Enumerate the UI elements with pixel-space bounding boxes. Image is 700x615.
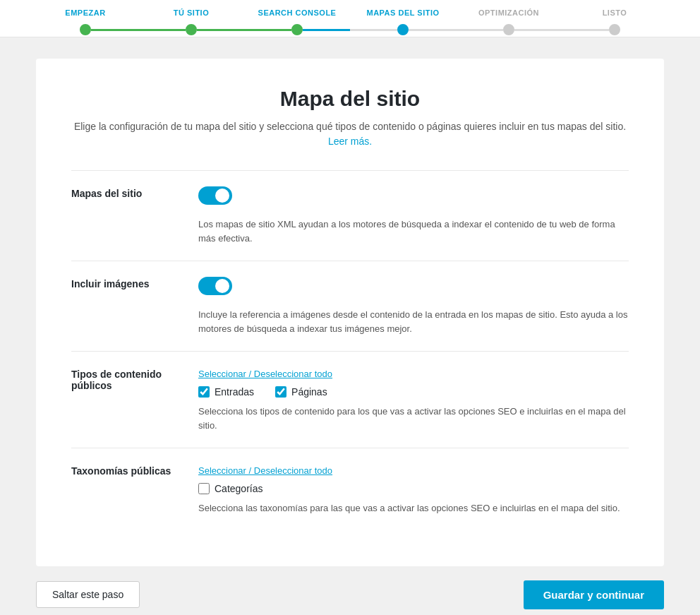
step-track-listo bbox=[562, 23, 668, 37]
label-taxonomias: Taxonomías públicas bbox=[71, 464, 198, 477]
step-dot-optimizacion bbox=[503, 24, 514, 35]
checkbox-categorias[interactable]: Categorías bbox=[198, 483, 262, 494]
step-dot-mapas-del-sitio bbox=[397, 24, 409, 35]
toggle-mapas-del-sitio[interactable] bbox=[198, 186, 232, 205]
checkbox-label-paginas: Páginas bbox=[291, 386, 327, 398]
toggle-incluir-imagenes[interactable] bbox=[198, 277, 232, 295]
step-line-left-optimizacion bbox=[456, 29, 503, 31]
checkbox-input-paginas[interactable] bbox=[275, 386, 286, 398]
select-all-taxonomias[interactable]: Seleccionar / Deseleccionar todo bbox=[198, 465, 332, 476]
wizard-step-listo[interactable]: LISTO bbox=[562, 8, 668, 37]
toggle-thumb-imagenes bbox=[215, 279, 229, 293]
wizard-step-mapas-del-sitio[interactable]: MAPAS DEL SITIO bbox=[350, 8, 456, 37]
content-mapas-del-sitio: Los mapas de sitio XML ayudan a los moto… bbox=[198, 186, 629, 245]
desc-mapas-del-sitio: Los mapas de sitio XML ayudan a los moto… bbox=[198, 217, 629, 245]
step-line-left-mapas-del-sitio bbox=[350, 29, 397, 31]
row-incluir-imagenes: Incluir imágenes Incluye la referencia a… bbox=[71, 261, 629, 351]
checkbox-entradas[interactable]: Entradas bbox=[198, 386, 254, 398]
content-taxonomias: Seleccionar / Deseleccionar todo Categor… bbox=[198, 464, 629, 515]
label-incluir-imagenes: Incluir imágenes bbox=[71, 277, 198, 289]
step-dot-search-console bbox=[291, 24, 303, 35]
content-incluir-imagenes: Incluye la referencia a imágenes desde e… bbox=[198, 277, 629, 335]
step-line-right-optimizacion bbox=[514, 29, 562, 31]
page-title: Mapa del sitio bbox=[71, 87, 629, 111]
step-line-right-empezar bbox=[91, 29, 138, 31]
wizard-bar: EMPEZAR TÚ SITIO SEARCH CONSOLE bbox=[0, 0, 700, 37]
label-tipos-contenido: Tipos de contenido públicos bbox=[71, 367, 198, 391]
main-content: Mapa del sitio Elige la configuración de… bbox=[0, 37, 700, 615]
label-mapas-del-sitio: Mapas del sitio bbox=[71, 186, 198, 199]
toggle-track-mapas bbox=[198, 186, 232, 205]
wizard-step-tu-sitio[interactable]: TÚ SITIO bbox=[138, 8, 244, 37]
step-line-right-search-console bbox=[303, 29, 350, 31]
wizard-step-empezar[interactable]: EMPEZAR bbox=[32, 8, 138, 37]
checkbox-group-taxonomias: Categorías bbox=[198, 483, 629, 494]
toggle-thumb-mapas bbox=[215, 189, 229, 203]
save-button[interactable]: Guardar y continuar bbox=[524, 580, 664, 609]
wizard-step-optimizacion[interactable]: OPTIMIZACIÓN bbox=[456, 8, 562, 37]
toggle-track-imagenes bbox=[198, 277, 232, 295]
wizard-step-search-console[interactable]: SEARCH CONSOLE bbox=[244, 8, 350, 37]
content-tipos-contenido: Seleccionar / Deseleccionar todo Entrada… bbox=[198, 367, 629, 432]
desc-incluir-imagenes: Incluye la referencia a imágenes desde e… bbox=[198, 308, 629, 335]
read-more-link[interactable]: Leer más. bbox=[328, 136, 372, 147]
checkbox-input-entradas[interactable] bbox=[198, 386, 210, 398]
step-track-optimizacion bbox=[456, 23, 562, 37]
checkbox-label-categorias: Categorías bbox=[215, 483, 262, 494]
step-line-right-tu-sitio bbox=[197, 29, 244, 31]
checkbox-paginas[interactable]: Páginas bbox=[275, 386, 327, 398]
row-mapas-del-sitio: Mapas del sitio Los mapas de sitio XML a… bbox=[71, 170, 629, 261]
row-tipos-contenido: Tipos de contenido públicos Seleccionar … bbox=[71, 351, 629, 448]
step-track-tu-sitio bbox=[138, 23, 244, 37]
step-line-right-mapas-del-sitio bbox=[409, 29, 456, 31]
subtitle-text: Elige la configuración de tu mapa del si… bbox=[74, 121, 626, 132]
step-label-mapas-del-sitio: MAPAS DEL SITIO bbox=[366, 8, 439, 17]
settings-card: Mapa del sitio Elige la configuración de… bbox=[36, 59, 664, 566]
step-track-empezar bbox=[32, 23, 138, 37]
step-line-left-search-console bbox=[244, 29, 291, 31]
footer-bar: Saltar este paso Guardar y continuar bbox=[36, 580, 664, 616]
step-dot-empezar bbox=[80, 24, 91, 35]
step-label-tu-sitio: TÚ SITIO bbox=[174, 8, 209, 17]
step-label-search-console: SEARCH CONSOLE bbox=[258, 8, 337, 17]
desc-taxonomias: Selecciona las taxonomías para las que v… bbox=[198, 501, 629, 515]
step-label-optimizacion: OPTIMIZACIÓN bbox=[478, 8, 539, 17]
step-label-empezar: EMPEZAR bbox=[65, 8, 105, 17]
step-line-left-listo bbox=[562, 29, 609, 31]
checkbox-label-entradas: Entradas bbox=[215, 386, 254, 398]
skip-button[interactable]: Saltar este paso bbox=[36, 581, 140, 608]
step-dot-tu-sitio bbox=[186, 24, 197, 35]
select-all-tipos[interactable]: Seleccionar / Deseleccionar todo bbox=[198, 369, 332, 379]
page-subtitle: Elige la configuración de tu mapa del si… bbox=[71, 119, 629, 149]
checkbox-input-categorias[interactable] bbox=[198, 483, 210, 494]
step-track-search-console bbox=[244, 23, 350, 37]
desc-tipos-contenido: Selecciona los tipos de contenido para l… bbox=[198, 405, 629, 432]
step-label-listo: LISTO bbox=[603, 8, 627, 17]
checkbox-group-tipos: Entradas Páginas bbox=[198, 386, 629, 398]
wizard-steps: EMPEZAR TÚ SITIO SEARCH CONSOLE bbox=[32, 8, 668, 37]
step-track-mapas-del-sitio bbox=[350, 23, 456, 37]
step-line-left-tu-sitio bbox=[138, 29, 186, 31]
row-taxonomias: Taxonomías públicas Seleccionar / Desele… bbox=[71, 448, 629, 531]
step-dot-listo bbox=[609, 24, 620, 35]
